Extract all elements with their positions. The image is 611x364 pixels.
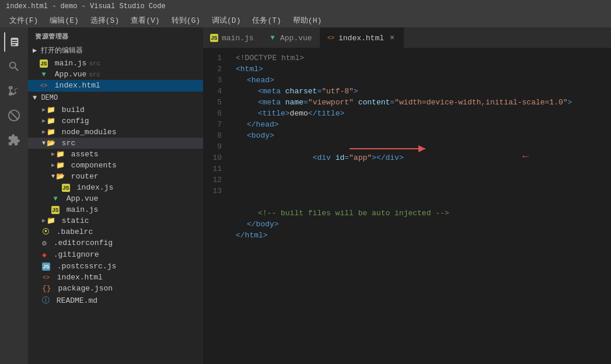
main-js-tab[interactable]: JS main.js [203,27,261,48]
menu-edit[interactable]: 编辑(E) [45,14,83,27]
folder-icon3: 📁 [47,128,55,136]
menu-help[interactable]: 帮助(H) [288,14,326,27]
sidebar-title: 资源管理器 [28,27,203,43]
menu-goto[interactable]: 转到(G) [167,14,205,27]
readme-icon: ⓘ [42,295,50,306]
code-content: <!DOCTYPE html> <html> <head> <meta char… [226,48,611,364]
folder-arrow-icon4: ▼ [42,140,46,146]
js-icon2: JS [62,183,70,192]
path-label-vue: src [89,71,100,78]
babelrc-item[interactable]: ⦿ .babelrc [28,226,203,237]
code-line-10: <!-- built files will be auto injected -… [236,208,611,219]
folder-icon: 📁 [47,106,55,114]
sidebar: 资源管理器 ▶ 打开的编辑器 JS main.js src ▼ App.vue … [28,27,203,364]
tab-js-icon: JS [210,34,218,42]
open-editor-app-vue[interactable]: ▼ App.vue src [28,69,203,80]
search-icon[interactable] [4,57,24,76]
js-icon: JS [40,59,48,68]
debug-icon[interactable] [4,106,24,125]
tab-label: main.js [222,34,254,43]
line-num-3: 3 [203,75,222,86]
folder-icon6: 📁 [56,161,64,170]
code-line-13 [236,241,611,252]
router-folder-item[interactable]: ▼ 📂 router [28,171,203,182]
node-modules-folder-item[interactable]: ▶ 📁 node_modules [28,127,203,138]
tab-bar: JS main.js ▼ App.vue <> index.html × [203,27,611,48]
editor-content: 1 2 3 4 5 6 7 8 9 10 11 12 13 <!DOCTYPE … [203,48,611,364]
index-html-tab[interactable]: <> index.html × [320,27,404,48]
components-folder-item[interactable]: ▶ 📁 components [28,160,203,171]
postcss-icon: JS [42,262,50,271]
source-control-icon[interactable] [4,81,24,101]
line-numbers: 1 2 3 4 5 6 7 8 9 10 11 12 13 [203,48,226,364]
build-folder-item[interactable]: ▶ 📁 build [28,104,203,116]
line-num-12: 12 [203,174,222,186]
tab-label-html: index.html [338,34,384,43]
html-icon2: <> [42,273,50,282]
code-line-8: <body> [236,130,611,141]
main-js-item[interactable]: JS main.js [28,204,203,215]
index-html-item[interactable]: <> index.html [28,272,203,284]
demo-section-header[interactable]: ▼ DEMO [28,92,203,104]
arrow-svg [350,144,434,154]
line-num-1: 1 [203,52,222,64]
open-editor-main-js[interactable]: JS main.js src [28,58,203,69]
router-index-js-item[interactable]: JS index.js [28,182,203,193]
extensions-icon[interactable] [4,130,24,150]
code-line-6: <title>demo</title> [236,108,611,119]
line-num-11: 11 [203,163,222,174]
folder-arrow-icon7: ▼ [51,173,55,180]
line-num-7: 7 [203,119,222,130]
folder-arrow-icon5: ▶ [51,150,55,158]
title-text: index.html - demo - Visual Studio Code [6,2,166,10]
tab-close-button[interactable]: × [387,33,397,43]
folder-icon5: 📁 [56,150,64,159]
tab-label-vue: App.vue [280,34,312,43]
assets-folder-item[interactable]: ▶ 📁 assets [28,149,203,160]
menu-tasks[interactable]: 任务(T) [247,14,285,27]
folder-arrow-icon3: ▶ [42,128,46,135]
config-folder-item[interactable]: ▶ 📁 config [28,116,203,127]
line-num-2: 2 [203,64,222,75]
readme-item[interactable]: ⓘ README.md [28,294,203,307]
code-line-4: <meta charset="utf-8"> [236,86,611,97]
line-num-5: 5 [203,97,222,108]
title-bar: index.html - demo - Visual Studio Code [0,0,611,13]
tab-vue-icon: ▼ [268,34,277,42]
line-num-13: 13 [203,186,222,197]
path-label: src [89,60,100,67]
menu-view[interactable]: 查看(V) [126,14,164,27]
folder-arrow-icon8: ▶ [42,217,46,224]
gitignore-item[interactable]: ◈ .gitignore [28,249,203,261]
folder-arrow-icon: ▶ [42,106,46,113]
menu-file[interactable]: 文件(F) [5,14,43,27]
code-editor[interactable]: 1 2 3 4 5 6 7 8 9 10 11 12 13 <!DOCTYPE … [203,48,611,364]
open-editor-index-html[interactable]: <> index.html [28,80,203,92]
postcssrc-item[interactable]: JS .postcssrc.js [28,261,203,272]
vue-icon2: ▼ [51,194,60,203]
arrow-annotation: ← [434,140,529,173]
src-folder-item[interactable]: ▼ 📂 src [28,138,203,149]
line-num-6: 6 [203,108,222,119]
code-line-12: </html> [236,230,611,241]
app-vue-item[interactable]: ▼ App.vue [28,193,203,204]
static-folder-item[interactable]: ▶ 📁 static [28,215,203,226]
app-vue-tab[interactable]: ▼ App.vue [261,27,320,48]
package-json-item[interactable]: {} package.json [28,283,203,294]
vue-icon: ▼ [40,70,48,79]
demo-section-label: ▼ DEMO [33,94,58,102]
folder-arrow-icon2: ▶ [42,117,46,124]
html-icon: <> [40,81,48,90]
open-editors-header[interactable]: ▶ 打开的编辑器 [28,43,203,58]
code-line-7: </head> [236,119,611,130]
menu-debug[interactable]: 调试(D) [207,14,245,27]
code-line-9: <div id="app"></div> ← [236,141,611,208]
line-num-8: 8 [203,130,222,141]
activity-bar [0,27,28,364]
editorconfig-item[interactable]: ⚙ .editorconfig [28,237,203,249]
tab-html-icon: <> [327,34,335,42]
open-editors-label: ▶ 打开的编辑器 [33,46,83,55]
files-icon[interactable] [4,32,24,52]
js-icon3: JS [51,205,60,214]
menu-select[interactable]: 选择(S) [86,14,124,27]
